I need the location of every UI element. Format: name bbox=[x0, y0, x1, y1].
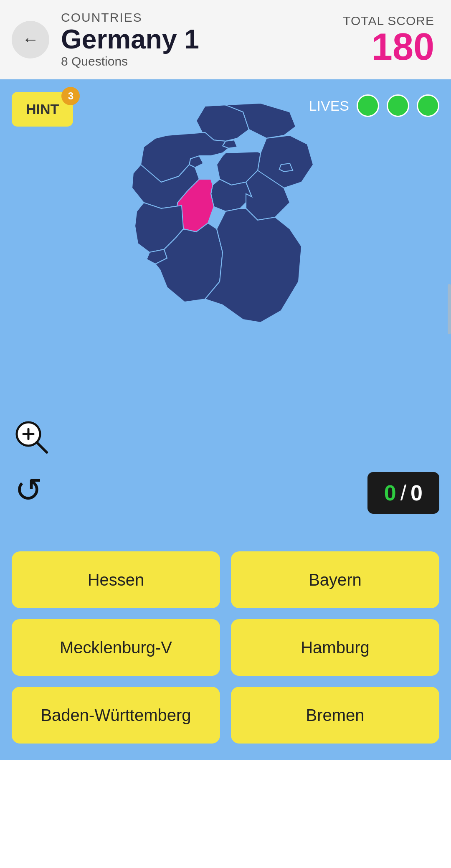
score-block: TOTAL SCORE 180 bbox=[343, 14, 434, 66]
zoom-in-button[interactable] bbox=[13, 418, 50, 464]
lives-label: LIVES bbox=[309, 98, 349, 114]
game-area: HINT 3 LIVES bbox=[0, 79, 451, 539]
state-berlin bbox=[279, 163, 293, 172]
score-divider: / bbox=[400, 480, 406, 505]
zoom-in-icon bbox=[13, 418, 50, 456]
answer-button-4[interactable]: Hamburg bbox=[231, 619, 439, 676]
map-container bbox=[104, 100, 347, 393]
svg-line-4 bbox=[37, 442, 47, 452]
answer-button-5[interactable]: Baden-Württemberg bbox=[12, 687, 220, 744]
score-total: 0 bbox=[410, 480, 423, 505]
scrollbar[interactable] bbox=[448, 284, 451, 334]
answer-button-2[interactable]: Bayern bbox=[231, 551, 439, 608]
svg-text:↺: ↺ bbox=[15, 472, 43, 506]
quiz-title: Germany 1 bbox=[61, 25, 199, 54]
replay-button[interactable]: ↺ bbox=[13, 468, 50, 514]
answer-button-1[interactable]: Hessen bbox=[12, 551, 220, 608]
answer-button-6[interactable]: Bremen bbox=[231, 687, 439, 744]
header: ← COUNTRIES Germany 1 8 Questions TOTAL … bbox=[0, 0, 451, 79]
hint-badge: 3 bbox=[61, 87, 80, 105]
category-label: COUNTRIES bbox=[61, 10, 199, 25]
lives-section: LIVES bbox=[309, 94, 439, 117]
replay-icon: ↺ bbox=[13, 468, 50, 506]
hint-button[interactable]: HINT 3 bbox=[12, 92, 73, 127]
germany-map bbox=[104, 100, 347, 393]
hint-label: HINT bbox=[26, 101, 59, 117]
questions-label: 8 Questions bbox=[61, 54, 199, 69]
life-2 bbox=[387, 94, 409, 117]
life-1 bbox=[357, 94, 379, 117]
life-3 bbox=[417, 94, 439, 117]
back-button[interactable]: ← bbox=[12, 21, 49, 58]
score-current: 0 bbox=[384, 480, 396, 505]
answer-button-3[interactable]: Mecklenburg-V bbox=[12, 619, 220, 676]
header-left: ← COUNTRIES Germany 1 8 Questions bbox=[12, 10, 199, 68]
answers-section: Hessen Bayern Mecklenburg-V Hamburg Bade… bbox=[0, 539, 451, 760]
total-score-value: 180 bbox=[343, 28, 434, 66]
header-title-block: COUNTRIES Germany 1 8 Questions bbox=[61, 10, 199, 68]
score-counter: 0 / 0 bbox=[367, 472, 439, 514]
